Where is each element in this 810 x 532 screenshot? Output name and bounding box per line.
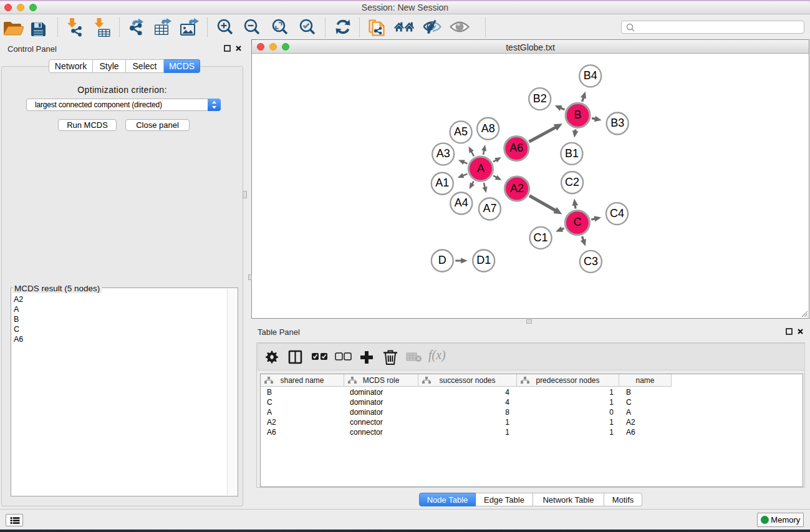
svg-text:B4: B4 <box>584 69 597 82</box>
svg-text:B3: B3 <box>610 117 624 129</box>
svg-text:C: C <box>573 216 581 228</box>
svg-text:A6: A6 <box>509 142 523 154</box>
svg-text:B1: B1 <box>565 147 579 160</box>
svg-text:B2: B2 <box>533 92 547 105</box>
svg-text:C2: C2 <box>565 176 579 188</box>
svg-text:D: D <box>438 254 446 266</box>
svg-text:B: B <box>574 109 582 121</box>
svg-text:A2: A2 <box>510 182 524 195</box>
svg-text:C3: C3 <box>584 255 598 268</box>
svg-text:A4: A4 <box>455 196 468 209</box>
svg-text:C4: C4 <box>610 207 624 220</box>
svg-text:A: A <box>477 162 485 175</box>
svg-text:D1: D1 <box>476 254 491 266</box>
svg-text:A5: A5 <box>454 125 468 138</box>
svg-text:A3: A3 <box>436 147 450 160</box>
svg-text:A1: A1 <box>435 177 449 189</box>
svg-text:C1: C1 <box>534 231 548 244</box>
svg-text:A7: A7 <box>483 202 496 215</box>
svg-text:A8: A8 <box>481 122 495 135</box>
